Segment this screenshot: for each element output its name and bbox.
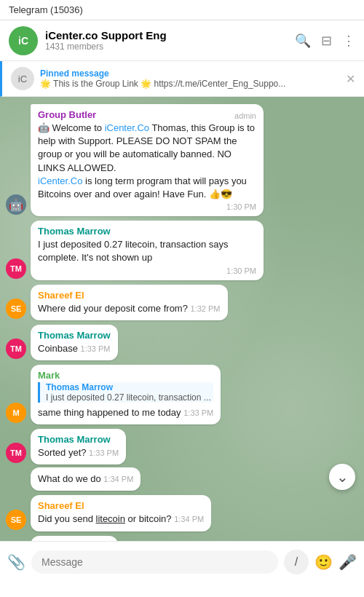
chat-area[interactable]: 🤖 Group Butler admin 🤖 Welcome to iCente…	[0, 97, 364, 541]
admin-badge: admin	[234, 111, 256, 120]
message-bubble: Thomas Marrow I just deposited 0.27 lite…	[31, 221, 264, 280]
avatar: SE	[6, 298, 26, 319]
message-input[interactable]	[31, 550, 278, 574]
table-row: TM Thomas Marrow Sorted yet? 1:33 PM	[6, 429, 358, 464]
chat-wrapper: 🤖 Group Butler admin 🤖 Welcome to iCente…	[0, 97, 364, 541]
message-text: Sorted yet? 1:33 PM	[38, 446, 119, 459]
avatar: SE	[6, 510, 26, 530]
chat-avatar: iC	[9, 26, 38, 55]
columns-icon[interactable]: ⊟	[321, 33, 332, 49]
message-bubble: Group Butler admin 🤖 Welcome to iCenter.…	[31, 104, 264, 216]
table-row: M Mark Thomas Marrow I just deposited 0.…	[6, 365, 358, 424]
avatar: M	[6, 403, 26, 423]
message-text: same thing happened to me today 1:33 PM	[38, 406, 213, 419]
avatar: TM	[6, 339, 26, 359]
chat-title: iCenter.co Support Eng	[45, 29, 295, 41]
pinned-message-bar[interactable]: iC Pinned message 🌟 This is the Group Li…	[0, 61, 364, 97]
message-text: I just deposited 0.27 litecoin, transact…	[38, 238, 256, 264]
attachment-icon[interactable]: 📎	[7, 553, 25, 571]
table-row: 🤖 Group Butler admin 🤖 Welcome to iCente…	[6, 104, 358, 216]
message-bubble: Thomas Marrow Coinbase 1:33 PM	[31, 325, 118, 360]
message-bubble: Thomas Marrow Sorted yet? 1:33 PM	[31, 429, 126, 464]
message-sender: Thomas Marrow	[38, 434, 119, 445]
chevron-down-icon: ⌄	[336, 470, 349, 484]
pinned-close-button[interactable]: ✕	[346, 72, 355, 86]
microphone-icon[interactable]: 🎤	[339, 553, 357, 571]
header-info: iCenter.co Support Eng 1431 members	[45, 29, 295, 52]
message-sender: Mark	[38, 370, 213, 381]
search-icon[interactable]: 🔍	[295, 33, 311, 49]
message-sender: Group Butler	[38, 109, 96, 120]
message-sender: Thomas Marrow	[38, 330, 111, 341]
chat-content: 🤖 Group Butler admin 🤖 Welcome to iCente…	[6, 104, 358, 541]
table-row: SE Shareef El Where did your deposit com…	[6, 285, 358, 320]
emoji-icon[interactable]: 🙂	[314, 553, 333, 571]
table-row: TM Thomas Marrow I just deposited 0.27 l…	[6, 221, 358, 280]
message-bubble: Mark Thomas Marrow I just deposited 0.27…	[31, 365, 221, 424]
slash-icon: /	[295, 556, 298, 569]
quote-text: I just deposited 0.27 litecoin, transact…	[46, 392, 213, 403]
slash-command-button[interactable]: /	[284, 550, 309, 574]
table-row: SE Shareef El Did you send litecoin or b…	[6, 495, 358, 531]
quote-sender: Thomas Marrow	[46, 382, 213, 392]
pinned-label: Pinned message	[40, 68, 340, 79]
message-bubble: Thomas Marrow Litecoin 1:34 PM	[31, 536, 118, 541]
quote-block: Thomas Marrow I just deposited 0.27 lite…	[38, 382, 213, 403]
pinned-avatar: iC	[11, 67, 34, 90]
table-row: TM What do we do 1:34 PM	[6, 467, 358, 491]
scroll-to-bottom-button[interactable]: ⌄	[329, 464, 355, 490]
message-text: Coinbase 1:33 PM	[38, 342, 111, 355]
menu-icon[interactable]: ⋮	[342, 33, 355, 49]
title-bar: Telegram (15036)	[0, 0, 364, 20]
table-row: TM Thomas Marrow Coinbase 1:33 PM	[6, 325, 358, 360]
avatar-text: iC	[18, 35, 28, 47]
title-bar-label: Telegram (15036)	[9, 4, 83, 15]
message-text: Where did your deposit come from? 1:32 P…	[38, 302, 221, 315]
message-time: 1:30 PM	[38, 266, 256, 275]
message-sender: Shareef El	[38, 500, 204, 511]
table-row: TM Thomas Marrow Litecoin 1:34 PM	[6, 536, 358, 541]
message-text: Did you send litecoin or bitcoin? 1:34 P…	[38, 513, 204, 526]
message-sender: Shareef El	[38, 290, 221, 301]
message-time: 1:30 PM	[38, 202, 256, 211]
member-count: 1431 members	[45, 41, 295, 52]
avatar: TM	[6, 258, 26, 279]
message-text: 🤖 Welcome to iCenter.Co Thomas, this Gro…	[38, 122, 256, 201]
message-text: What do we do 1:34 PM	[38, 473, 133, 486]
input-bar: 📎 / 🙂 🎤	[0, 541, 364, 582]
message-bubble: Shareef El Did you send litecoin or bitc…	[31, 495, 211, 531]
message-bubble: What do we do 1:34 PM	[31, 467, 141, 491]
message-sender: Thomas Marrow	[38, 226, 256, 237]
avatar: TM	[6, 443, 26, 463]
message-bubble: Shareef El Where did your deposit come f…	[31, 285, 228, 320]
avatar: 🤖	[6, 194, 26, 215]
pinned-text: 🌟 This is the Group Link 🌟 https://t.me/…	[40, 79, 340, 89]
header-actions: 🔍 ⊟ ⋮	[295, 33, 355, 49]
pinned-content: Pinned message 🌟 This is the Group Link …	[40, 68, 340, 89]
chat-header: iC iCenter.co Support Eng 1431 members 🔍…	[0, 20, 364, 61]
